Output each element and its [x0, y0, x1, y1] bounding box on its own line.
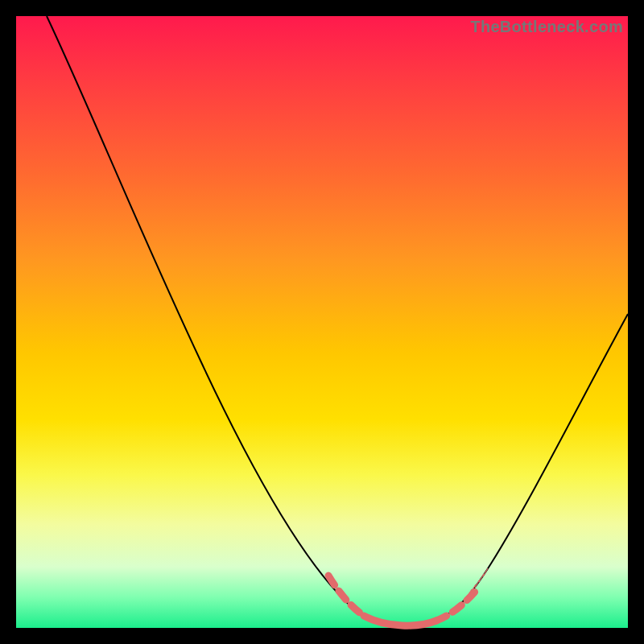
- svg-line-2: [475, 580, 480, 588]
- plot-area: TheBottleneck.com: [16, 16, 628, 628]
- svg-line-3: [479, 574, 484, 582]
- curve-path: [47, 16, 628, 625]
- accent-right-dashed: [436, 592, 475, 621]
- accent-left-dashed: [328, 576, 364, 616]
- accent-floor: [364, 616, 436, 625]
- svg-line-4: [483, 568, 488, 576]
- bottleneck-curve: [16, 16, 628, 628]
- chart-frame: TheBottleneck.com: [0, 0, 644, 644]
